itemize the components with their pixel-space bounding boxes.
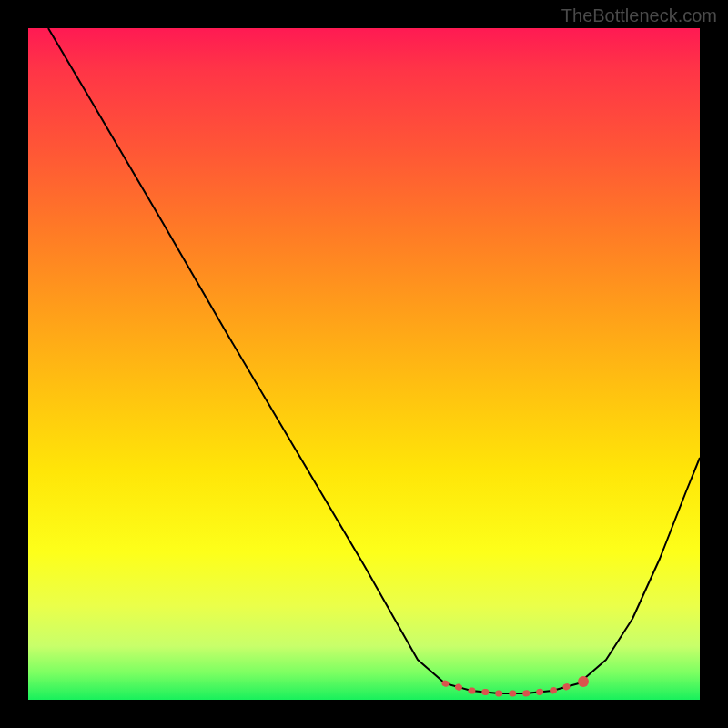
watermark-text: TheBottleneck.com — [561, 5, 717, 26]
highlight-end-dot — [578, 676, 589, 687]
main-curve — [48, 28, 700, 693]
chart-svg — [28, 28, 700, 700]
plot-area — [28, 28, 700, 700]
